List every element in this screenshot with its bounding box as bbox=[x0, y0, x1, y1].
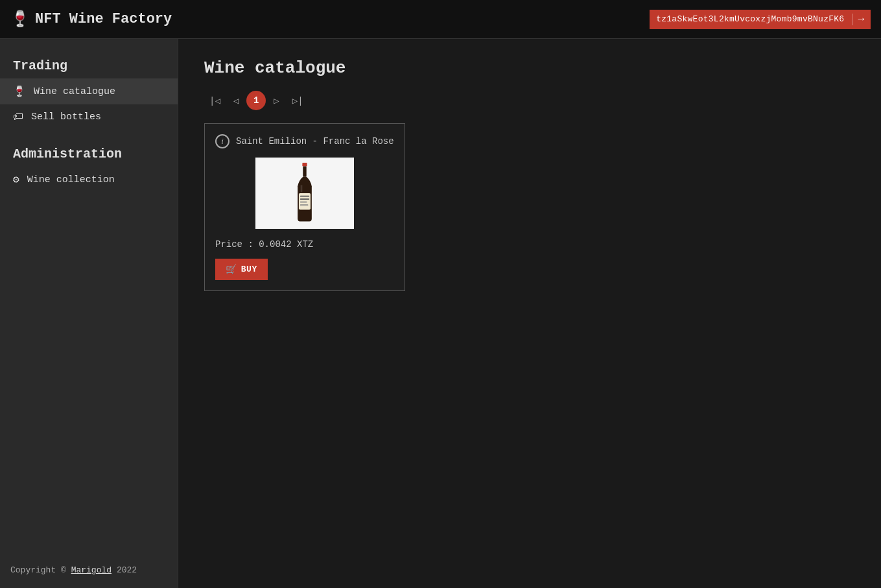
sidebar-item-label-sell-bottles: Sell bottles bbox=[31, 112, 101, 123]
sidebar-item-label-wine-catalogue: Wine catalogue bbox=[34, 86, 115, 97]
app-header: 🍷 NFT Wine Factory tz1aSkwEot3L2kmUvcoxz… bbox=[0, 0, 881, 39]
wine-catalogue-icon: 🍷 bbox=[13, 85, 26, 98]
pagination: |◁ ◁ 1 ▷ ▷| bbox=[204, 91, 855, 110]
brand: 🍷 NFT Wine Factory bbox=[10, 10, 172, 29]
marigold-link[interactable]: Marigold bbox=[71, 565, 112, 575]
sidebar-item-label-wine-collection: Wine collection bbox=[27, 174, 115, 185]
pagination-current[interactable]: 1 bbox=[246, 91, 266, 110]
svg-rect-3 bbox=[300, 195, 309, 196]
sell-bottles-icon: 🏷 bbox=[13, 111, 23, 123]
wine-bottle-svg bbox=[292, 163, 318, 224]
logout-icon: → bbox=[852, 14, 864, 25]
brand-name: NFT Wine Factory bbox=[35, 11, 172, 27]
svg-rect-7 bbox=[301, 185, 303, 192]
cart-icon: 🛒 bbox=[226, 264, 237, 275]
svg-rect-0 bbox=[302, 163, 307, 166]
wallet-button[interactable]: tz1aSkwEot3L2kmUvcoxzjMomb9mvBNuzFK6 → bbox=[650, 10, 871, 29]
sidebar-item-wine-catalogue[interactable]: 🍷 Wine catalogue bbox=[0, 78, 178, 104]
body-layout: Trading 🍷 Wine catalogue 🏷 Sell bottles … bbox=[0, 39, 881, 588]
admin-section-title: Administration bbox=[0, 140, 178, 167]
svg-rect-1 bbox=[303, 166, 306, 176]
wine-image-wrapper bbox=[255, 158, 354, 229]
wine-glass-icon: 🍷 bbox=[10, 10, 30, 29]
wallet-address: tz1aSkwEot3L2kmUvcoxzjMomb9mvBNuzFK6 bbox=[656, 14, 844, 24]
sidebar-item-wine-collection[interactable]: ⚙ Wine collection bbox=[0, 167, 178, 193]
svg-rect-4 bbox=[300, 198, 309, 200]
wine-card: i Saint Emilion - Franc la Rose bbox=[204, 123, 405, 291]
sidebar-item-sell-bottles[interactable]: 🏷 Sell bottles bbox=[0, 104, 178, 130]
main-content: Wine catalogue |◁ ◁ 1 ▷ ▷| i Saint Emili… bbox=[178, 39, 881, 588]
svg-rect-5 bbox=[300, 201, 307, 202]
svg-rect-6 bbox=[300, 204, 309, 206]
page-title: Wine catalogue bbox=[204, 58, 855, 78]
pagination-prev[interactable]: ◁ bbox=[228, 93, 244, 109]
trading-section-title: Trading bbox=[0, 52, 178, 78]
pagination-next[interactable]: ▷ bbox=[268, 93, 284, 109]
pagination-first[interactable]: |◁ bbox=[204, 93, 226, 109]
sidebar-footer: Copyright © Marigold 2022 bbox=[10, 565, 137, 575]
sidebar: Trading 🍷 Wine catalogue 🏷 Sell bottles … bbox=[0, 39, 178, 588]
gear-icon: ⚙ bbox=[13, 173, 19, 186]
footer-year: 2022 bbox=[117, 565, 137, 575]
wine-name: Saint Emilion - Franc la Rose bbox=[236, 136, 394, 147]
buy-button[interactable]: 🛒 BUY bbox=[215, 259, 268, 280]
buy-label: BUY bbox=[241, 265, 257, 274]
wine-price: Price : 0.0042 XTZ bbox=[215, 239, 394, 250]
copyright-text: Copyright © bbox=[10, 565, 66, 575]
info-icon[interactable]: i bbox=[215, 134, 229, 148]
pagination-last[interactable]: ▷| bbox=[287, 93, 309, 109]
wine-card-header: i Saint Emilion - Franc la Rose bbox=[215, 134, 394, 148]
